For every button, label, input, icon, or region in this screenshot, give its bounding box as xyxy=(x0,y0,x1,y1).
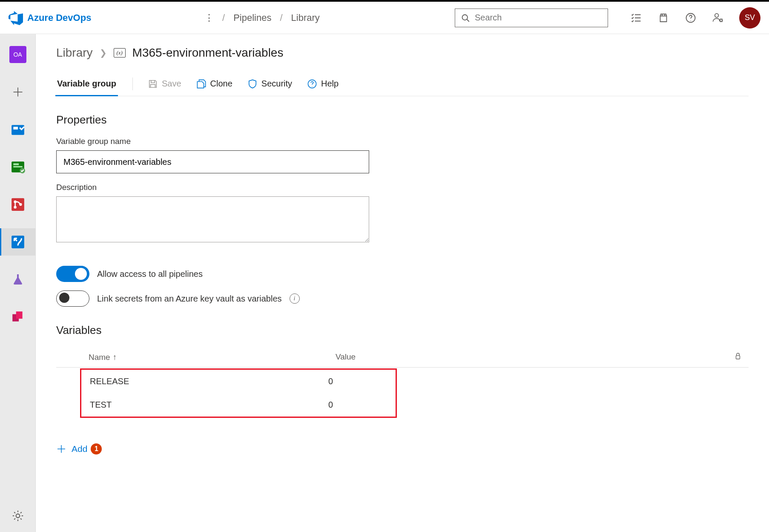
project-badge: OA xyxy=(9,46,26,63)
help-icon[interactable] xyxy=(685,12,697,24)
column-lock xyxy=(727,352,749,362)
artifacts-icon xyxy=(10,309,26,325)
sidebar-settings[interactable] xyxy=(0,508,36,523)
breadcrumb-root[interactable]: Library xyxy=(56,46,93,60)
page-title: M365-environment-variables xyxy=(132,46,284,60)
description-input[interactable] xyxy=(56,196,369,242)
header-breadcrumb: / Pipelines / Library xyxy=(222,12,320,23)
clone-button[interactable]: Clone xyxy=(197,79,232,89)
help-circle-icon xyxy=(307,79,317,89)
properties-heading: Properties xyxy=(56,113,749,127)
description-label: Description xyxy=(56,183,749,192)
left-sidebar: OA xyxy=(0,34,36,532)
breadcrumb-library[interactable]: Library xyxy=(291,12,320,23)
flask-icon xyxy=(10,272,26,287)
svg-line-1 xyxy=(467,19,469,21)
column-value[interactable]: Value xyxy=(336,352,727,362)
sidebar-repos[interactable] xyxy=(0,153,36,181)
svg-rect-20 xyxy=(736,356,740,359)
marketplace-icon[interactable] xyxy=(657,12,669,24)
page-breadcrumb: Library ❯ (x) M365-environment-variables xyxy=(56,46,749,60)
svg-rect-17 xyxy=(16,311,22,319)
git-icon xyxy=(10,197,26,212)
link-keyvault-toggle[interactable] xyxy=(56,290,89,307)
plus-icon xyxy=(56,444,66,454)
sidebar-add[interactable] xyxy=(0,78,36,106)
save-button: Save xyxy=(148,79,181,89)
boards-icon xyxy=(10,122,26,137)
user-settings-icon[interactable] xyxy=(712,12,724,24)
repos-icon xyxy=(10,159,26,175)
svg-point-18 xyxy=(16,514,20,518)
plus-icon xyxy=(10,84,26,100)
variables-table: Name ↑ Value RELEASE 0 TEST 0 xyxy=(56,347,749,418)
svg-rect-8 xyxy=(13,164,19,165)
logo[interactable]: Azure DevOps xyxy=(9,11,196,25)
sidebar-artifacts[interactable] xyxy=(0,303,36,331)
sidebar-project[interactable]: OA xyxy=(0,41,36,68)
search-icon xyxy=(461,14,470,22)
more-menu-icon[interactable]: ⋮ xyxy=(201,12,217,23)
svg-rect-5 xyxy=(11,125,24,135)
variables-heading: Variables xyxy=(56,324,749,337)
main-content: Library ❯ (x) M365-environment-variables… xyxy=(36,34,769,532)
pipelines-icon xyxy=(10,234,26,250)
variable-group-icon: (x) xyxy=(114,48,126,58)
highlighted-rows: RELEASE 0 TEST 0 xyxy=(80,368,397,418)
column-name[interactable]: Name ↑ xyxy=(89,352,336,362)
sidebar-git[interactable] xyxy=(0,191,36,218)
allow-access-toggle[interactable] xyxy=(56,266,89,282)
name-label: Variable group name xyxy=(56,137,749,146)
task-list-icon[interactable] xyxy=(630,12,642,24)
save-icon xyxy=(148,79,158,89)
add-variable-button[interactable]: Add 1 xyxy=(56,443,749,454)
allow-access-label: Allow access to all pipelines xyxy=(97,269,203,279)
azure-devops-logo-icon xyxy=(9,11,23,25)
global-header: Azure DevOps ⋮ / Pipelines / Library SV xyxy=(0,2,769,34)
svg-rect-11 xyxy=(11,198,24,211)
gear-icon xyxy=(10,508,26,523)
page-toolbar: Variable group Save Clone Security Help xyxy=(56,72,749,96)
svg-point-0 xyxy=(462,14,468,20)
chevron-right-icon: ❯ xyxy=(100,48,107,58)
table-row[interactable]: RELEASE 0 xyxy=(81,370,396,393)
info-icon[interactable]: i xyxy=(290,293,300,304)
table-row[interactable]: TEST 0 xyxy=(81,393,396,417)
sidebar-pipelines[interactable] xyxy=(0,228,36,256)
search-field[interactable] xyxy=(475,13,602,23)
search-input[interactable] xyxy=(455,9,608,27)
user-avatar[interactable]: SV xyxy=(739,7,760,29)
svg-rect-15 xyxy=(11,236,24,248)
help-button[interactable]: Help xyxy=(307,79,339,89)
tab-variable-group[interactable]: Variable group xyxy=(56,72,117,96)
lock-icon xyxy=(734,352,742,360)
sort-asc-icon: ↑ xyxy=(113,353,117,362)
clone-icon xyxy=(197,79,206,89)
svg-point-3 xyxy=(715,13,719,17)
product-name: Azure DevOps xyxy=(27,12,91,23)
breadcrumb-pipelines[interactable]: Pipelines xyxy=(233,12,271,23)
sidebar-boards[interactable] xyxy=(0,116,36,143)
variable-group-name-input[interactable] xyxy=(56,150,369,173)
shield-icon xyxy=(248,79,257,89)
security-button[interactable]: Security xyxy=(248,79,292,89)
link-keyvault-label: Link secrets from an Azure key vault as … xyxy=(97,294,282,304)
callout-badge: 1 xyxy=(91,443,102,454)
svg-rect-9 xyxy=(13,166,22,167)
sidebar-test-plans[interactable] xyxy=(0,266,36,293)
svg-rect-6 xyxy=(13,127,18,129)
